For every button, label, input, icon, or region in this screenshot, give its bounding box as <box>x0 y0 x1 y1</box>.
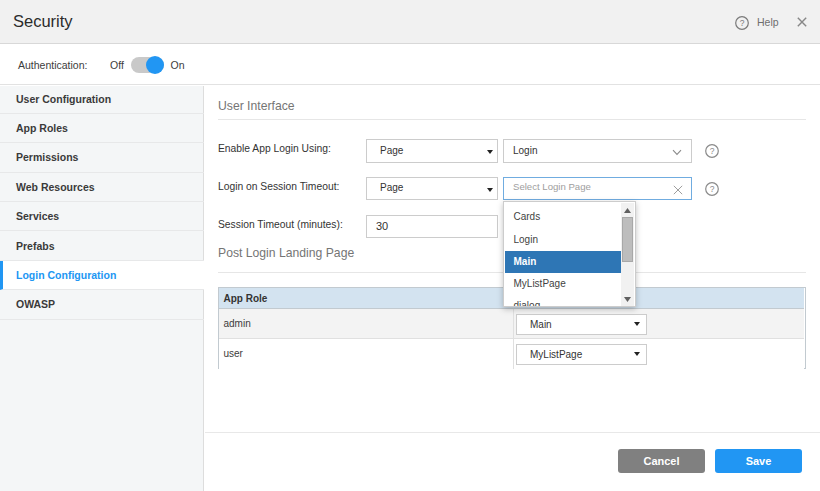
svg-text:?: ? <box>709 184 714 194</box>
svg-text:?: ? <box>709 146 714 156</box>
svg-text:?: ? <box>740 18 745 28</box>
